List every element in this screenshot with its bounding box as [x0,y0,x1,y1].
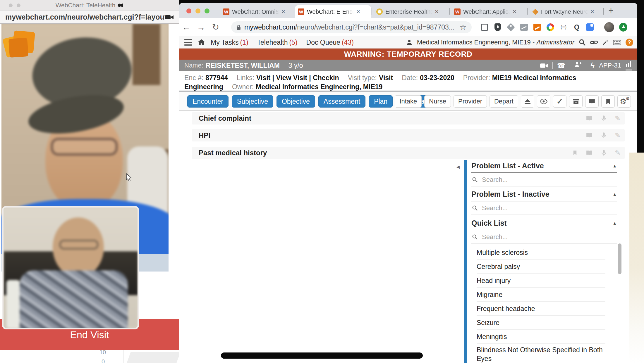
minimize-window-button[interactable] [195,8,200,13]
shield-extension-icon[interactable] [494,23,502,31]
link-icon[interactable] [590,40,598,45]
pencil-icon[interactable]: ✎ [615,114,621,122]
analytics-extension-icon[interactable] [533,23,541,31]
panel-collapse-icon[interactable]: ◂ [456,163,460,171]
pencil-icon[interactable]: ✎ [615,131,621,139]
screenshot-extension-icon[interactable] [480,23,489,31]
bookmark-button[interactable] [601,95,615,108]
menu-icon[interactable] [184,39,192,46]
provider-button[interactable]: Provider [454,95,487,108]
section-past-medical-history[interactable]: Past medical history ✎ [192,147,625,159]
nav-item-telehealth[interactable]: Telehealth(5) [257,39,298,46]
window-control-dot[interactable] [9,4,13,7]
eject-button[interactable] [521,95,534,108]
forward-icon[interactable]: → [194,23,208,32]
encounter-button[interactable]: Encounter [187,95,229,108]
add-person-icon[interactable] [574,61,581,70]
scrollbar-thumb[interactable] [618,243,621,274]
bookmark-icon[interactable] [573,150,577,155]
section-chief-complaint[interactable]: Chief complaint ✎ [192,112,625,125]
list-item[interactable]: Multiple sclerosis [477,246,605,260]
section-hpi[interactable]: HPI ✎ [192,129,625,141]
compass-extension-icon[interactable] [546,23,554,31]
nav-item-doc-queue[interactable]: Doc Queue(43) [306,39,354,46]
group-header-quick-list[interactable]: Quick List ▴ [471,218,617,230]
video-call-icon[interactable] [540,63,548,68]
video-camera-icon[interactable] [165,14,174,20]
list-item[interactable]: Meningitis [477,330,605,344]
chart-extension-icon[interactable] [520,23,528,31]
phone-icon[interactable]: ☎ [557,62,566,69]
zoom-window-button[interactable] [205,8,209,13]
browser-tab-omniscope[interactable]: W WebChart: OmniSc × [220,5,293,18]
wand-icon[interactable] [602,39,609,46]
book-icon[interactable] [586,115,593,121]
bookmark-star-icon[interactable]: ☆ [460,23,466,32]
reader-extension-icon[interactable]: (≡) [559,23,568,31]
chevron-up-icon[interactable]: ▴ [613,220,616,226]
book-icon[interactable] [586,150,593,156]
book-icon[interactable] [586,132,593,138]
close-icon[interactable]: × [435,8,439,15]
close-icon[interactable]: × [590,8,594,15]
keyboard-icon[interactable] [613,40,621,45]
back-icon[interactable]: ← [179,23,194,32]
plan-button[interactable]: Plan [369,95,393,108]
profile-avatar[interactable] [604,22,614,32]
mic-icon[interactable] [602,115,606,122]
book-button[interactable] [585,95,599,108]
mic-icon[interactable] [602,132,606,139]
archive-button[interactable] [569,95,583,108]
new-tab-button[interactable]: + [606,5,616,16]
eye-button[interactable] [537,95,550,108]
problem-active-search-input[interactable] [481,176,616,184]
problem-inactive-search-input[interactable] [481,204,616,212]
close-window-button[interactable] [186,8,191,13]
search-icon[interactable] [579,39,586,46]
browser-tab-enterprise-health[interactable]: Enterprise Health: C × [373,5,444,18]
quick-list-search-input[interactable] [481,233,616,241]
q-extension-icon[interactable]: Q [573,23,581,31]
help-icon[interactable]: ? [626,39,633,46]
list-item[interactable]: Blindness Not Otherwise Specified in Bot… [477,344,605,363]
mic-icon[interactable] [602,150,606,156]
flowsheet-bolt-icon[interactable]: ϟ [590,62,595,69]
update-icon[interactable] [619,23,627,31]
encounter-links[interactable]: Visit | View Visit | Checkin [256,74,339,82]
chevron-up-icon[interactable]: ▴ [613,163,616,169]
subjective-button[interactable]: Subjective [232,95,273,108]
translate-extension-icon[interactable] [586,23,594,31]
group-header-problem-list-inactive[interactable]: Problem List - Inactive ▴ [471,189,617,201]
intake-button[interactable]: Intake [395,95,422,108]
pencil-icon[interactable]: ✎ [615,149,621,157]
vitals-chart-icon[interactable] [626,61,632,70]
current-user[interactable]: Medical Informatics Engineering, MIE19 -… [417,39,574,46]
list-item[interactable]: Cerebral palsy [477,260,605,274]
home-icon[interactable] [198,39,205,46]
tag-extension-icon[interactable] [507,23,515,31]
settings-gears-button[interactable]: ⚙⚙ [617,95,631,108]
assessment-button[interactable]: Assessment [318,95,365,108]
window-control-dot[interactable] [17,4,20,7]
browser-tab-fort-wayne-neurology[interactable]: Fort Wayne Neurol × [529,5,601,18]
depart-button[interactable]: Depart [490,95,518,108]
telehealth-url[interactable]: mywebchart.com/neuro/webchart.cgi?f=layo… [5,13,165,21]
list-item[interactable]: Head injury [477,274,605,288]
app-badge[interactable]: APP-31 [599,62,621,69]
objective-button[interactable]: Objective [277,95,315,108]
panel-divider-bar[interactable] [464,160,467,363]
list-item[interactable]: Seizure [477,316,605,330]
nurse-button[interactable]: Nurse [424,95,451,108]
list-item[interactable]: Frequent headache [477,302,605,316]
browser-tab-e-encounter[interactable]: W WebChart: E-Encou × [295,5,371,18]
browser-tab-webchart-application[interactable]: W WebChart: Applica × [451,5,522,18]
close-icon[interactable]: × [281,8,285,15]
check-button[interactable]: ✓ [553,95,566,108]
nav-item-my-tasks[interactable]: My Tasks(1) [211,39,248,46]
close-icon[interactable]: × [356,8,360,15]
list-item[interactable]: Migraine [477,288,605,302]
close-icon[interactable]: × [513,8,516,15]
reload-icon[interactable]: ↻ [208,22,223,32]
group-header-problem-list-active[interactable]: Problem List - Active ▴ [471,161,617,173]
url-omnibox[interactable]: mywebchart.com/neuro/webchart.cgi?f=char… [231,21,472,33]
